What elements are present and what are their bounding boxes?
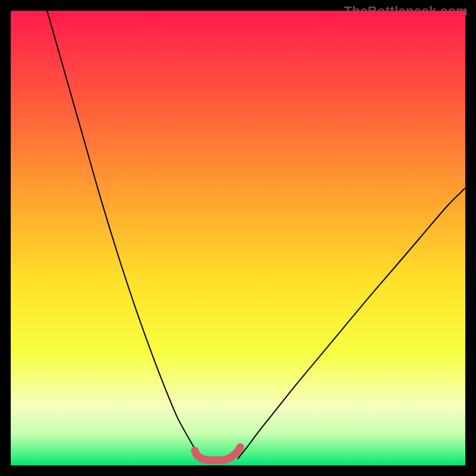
chart-plot-area: [11, 11, 465, 465]
chart-svg: [11, 11, 465, 465]
gradient-background: [11, 11, 465, 465]
chart-frame: TheBottleneck.com: [0, 0, 476, 476]
